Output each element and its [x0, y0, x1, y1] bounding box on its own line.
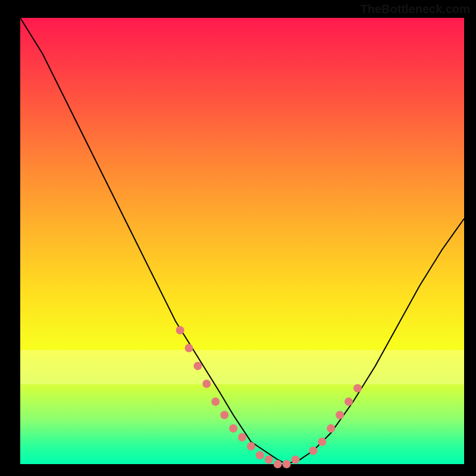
data-dot — [229, 424, 237, 433]
data-dot — [247, 442, 255, 450]
left-dot-group — [176, 326, 300, 468]
data-dot — [327, 424, 335, 433]
right-dot-group — [309, 384, 362, 455]
data-dot — [292, 456, 300, 464]
data-dot — [345, 397, 353, 406]
data-dot — [274, 460, 282, 468]
data-dot — [193, 362, 202, 370]
data-dot — [265, 456, 273, 464]
data-dot — [202, 380, 211, 388]
data-dot — [283, 460, 291, 468]
data-dot — [220, 411, 228, 419]
watermark-text: TheBottleneck.com — [361, 2, 470, 16]
data-dot — [318, 438, 326, 446]
chart-svg — [20, 18, 464, 464]
data-dot — [309, 447, 317, 455]
data-dot — [256, 451, 264, 459]
data-dot — [176, 326, 184, 334]
data-dot — [238, 433, 246, 441]
curve-path — [20, 18, 464, 464]
data-dot — [336, 411, 344, 419]
data-dot — [211, 397, 220, 406]
data-dot — [353, 384, 362, 393]
plot-area — [20, 18, 464, 464]
data-dot — [185, 344, 193, 352]
